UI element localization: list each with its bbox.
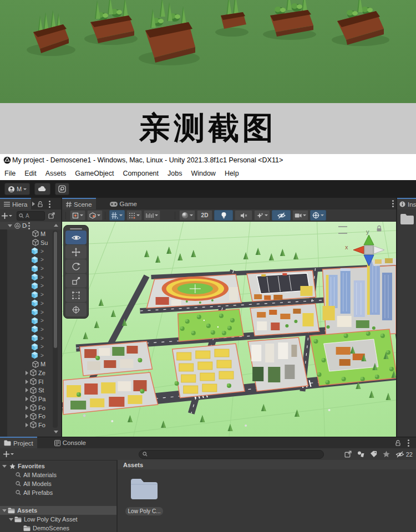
foldout-open-icon[interactable] <box>9 518 13 521</box>
project-search-input[interactable] <box>139 450 324 459</box>
view-tool-button[interactable] <box>65 231 87 244</box>
expand-chevron-icon[interactable]: > <box>40 283 44 289</box>
scene-viewport[interactable]: y x <box>62 222 396 437</box>
tab-hierarchy[interactable]: Hiera <box>0 198 31 209</box>
menu-item-gameobject[interactable]: GameObject <box>70 170 118 177</box>
tree-item-low-poly-city-asset[interactable]: Low Poly City Asset <box>0 515 116 524</box>
tab-scene[interactable]: Scene <box>62 198 96 209</box>
hierarchy-prefab-item[interactable]: > <box>7 342 53 351</box>
menu-item-file[interactable]: File <box>0 170 20 177</box>
hierarchy-prefab-item[interactable]: > <box>7 273 53 282</box>
expand-chevron-icon[interactable]: > <box>40 257 44 263</box>
foldout-icon[interactable] <box>26 414 28 418</box>
lock-icon[interactable] <box>395 440 400 446</box>
hierarchy-item[interactable]: Fo <box>7 421 53 429</box>
asset-item-label[interactable]: Low Poly C... <box>125 507 163 515</box>
lock-icon[interactable] <box>38 201 43 207</box>
transform-tool-button[interactable] <box>65 303 87 316</box>
hierarchy-prefab-item[interactable]: > <box>7 316 53 325</box>
scene-lighting-button[interactable] <box>214 210 233 221</box>
tab-console[interactable]: Console <box>50 437 90 448</box>
scene-panel-menu-icon[interactable] <box>392 203 394 204</box>
plastic-scm-button[interactable] <box>55 183 69 195</box>
hierarchy-prefab-item[interactable]: > <box>7 264 53 273</box>
tab-inspector[interactable]: Ins <box>397 198 416 209</box>
overlay-drag-handle[interactable] <box>70 228 82 229</box>
favorites-item[interactable]: All Materials <box>0 470 116 479</box>
tool-handle-position-button[interactable] <box>70 210 85 221</box>
shading-mode-button[interactable] <box>179 210 195 221</box>
foldout-open-icon[interactable] <box>8 224 12 227</box>
grid-snapping-button[interactable] <box>109 210 125 221</box>
hierarchy-item[interactable]: Fo <box>7 403 53 412</box>
rotate-tool-button[interactable] <box>65 259 87 273</box>
hierarchy-item[interactable]: Fl <box>7 377 53 386</box>
hierarchy-item[interactable]: Fo <box>7 412 53 421</box>
orientation-gizmo[interactable]: y x <box>349 229 388 270</box>
create-asset-button[interactable] <box>3 451 14 457</box>
2d-mode-button[interactable]: 2D <box>197 210 212 221</box>
gizmo-z-cone[interactable] <box>364 255 374 266</box>
hierarchy-prefab-item[interactable]: > <box>7 299 53 308</box>
foldout-icon[interactable] <box>26 371 28 375</box>
menu-item-help[interactable]: Help <box>220 170 243 177</box>
favorites-item[interactable]: All Models <box>0 479 116 488</box>
hierarchy-prefab-item[interactable]: > <box>7 247 53 255</box>
foldout-open-icon[interactable] <box>2 465 7 468</box>
expand-chevron-icon[interactable]: > <box>40 291 44 298</box>
menu-item-window[interactable]: Window <box>186 170 220 177</box>
tool-handle-rotation-button[interactable] <box>87 210 103 221</box>
assets-grid[interactable]: Low Poly C... UNITY 3 D Unity士多 <box>118 469 416 532</box>
hierarchy-item[interactable]: Su <box>7 238 53 247</box>
hierarchy-item[interactable]: St <box>7 386 53 395</box>
scale-tool-button[interactable] <box>65 274 87 288</box>
gizmo-center-cube[interactable] <box>364 245 373 254</box>
scroll-up-icon[interactable] <box>54 224 58 227</box>
grid-visibility-button[interactable] <box>126 210 142 221</box>
hierarchy-item[interactable]: M <box>7 360 53 369</box>
hierarchy-prefab-item[interactable]: > <box>7 334 53 342</box>
foldout-icon[interactable] <box>26 406 28 410</box>
menu-item-jobs[interactable]: Jobs <box>163 170 186 177</box>
tab-project[interactable]: Project <box>0 437 37 448</box>
scene-options-icon[interactable] <box>28 225 30 227</box>
cloud-button[interactable] <box>34 183 50 195</box>
expand-chevron-icon[interactable]: > <box>40 274 44 280</box>
expand-chevron-icon[interactable]: > <box>40 248 44 254</box>
filter-by-label-icon[interactable] <box>370 451 377 458</box>
hierarchy-item[interactable]: M <box>7 229 53 238</box>
gizmo-y-cone[interactable] <box>364 235 374 245</box>
scene-header-row[interactable]: Demoscene1 <box>0 222 61 229</box>
menu-item-component[interactable]: Component <box>118 170 163 177</box>
hierarchy-prefab-item[interactable]: > <box>7 351 53 360</box>
project-menu-icon[interactable] <box>408 442 409 444</box>
move-tool-button[interactable] <box>65 245 87 259</box>
hierarchy-prefab-item[interactable]: > <box>7 308 53 316</box>
tree-item-assets[interactable]: Assets <box>0 506 116 515</box>
favorites-star-icon[interactable] <box>383 451 390 458</box>
hierarchy-menu-icon[interactable] <box>49 203 50 205</box>
expand-chevron-icon[interactable]: > <box>40 309 44 315</box>
expand-chevron-icon[interactable]: > <box>40 326 44 332</box>
gizmo-negx-cone[interactable] <box>374 246 384 254</box>
gizmo-lock-icon[interactable] <box>376 225 382 232</box>
filter-by-type-icon[interactable] <box>357 451 364 458</box>
expand-chevron-icon[interactable]: > <box>40 335 44 341</box>
add-gameobject-button[interactable] <box>2 213 12 219</box>
hierarchy-prefab-item[interactable]: > <box>7 282 53 290</box>
scene-effects-button[interactable] <box>254 210 270 221</box>
foldout-icon[interactable] <box>26 397 28 401</box>
foldout-open-icon[interactable] <box>2 509 7 512</box>
scene-visibility-button[interactable] <box>272 210 291 221</box>
menu-item-edit[interactable]: Edit <box>20 170 41 177</box>
snap-increment-button[interactable] <box>144 210 160 221</box>
hierarchy-item[interactable]: Pa <box>7 395 53 403</box>
hidden-packages-toggle[interactable]: 22 <box>395 451 413 458</box>
panel-scroll-right-icon[interactable] <box>32 202 35 206</box>
foldout-icon[interactable] <box>26 380 28 384</box>
foldout-icon[interactable] <box>26 423 28 427</box>
expand-chevron-icon[interactable]: > <box>40 352 44 359</box>
tree-item-demoscenes[interactable]: DemoScenes <box>0 524 116 532</box>
menu-item-assets[interactable]: Assets <box>41 170 71 177</box>
hierarchy-prefab-item[interactable]: > <box>7 325 53 334</box>
